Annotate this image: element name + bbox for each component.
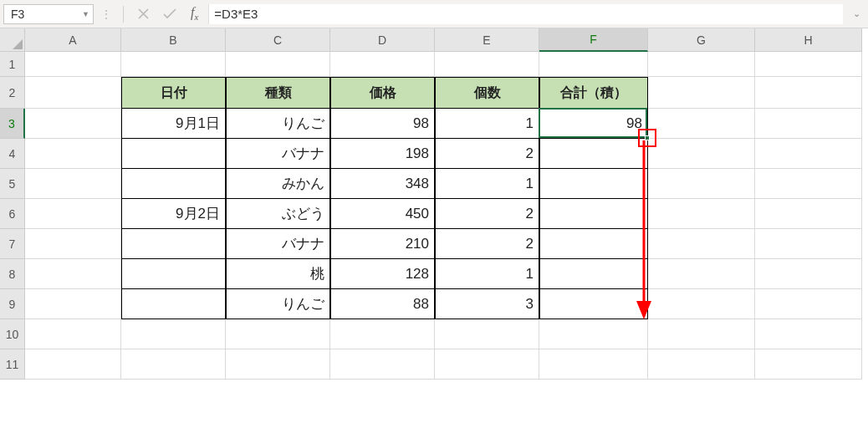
column-header-H[interactable]: H (755, 28, 862, 52)
cell-C1[interactable] (226, 52, 330, 77)
cancel-button[interactable] (132, 4, 154, 24)
cell-H4[interactable] (755, 139, 862, 169)
cell-E7[interactable]: 2 (435, 229, 539, 259)
cell-H2[interactable] (755, 77, 862, 109)
cell-D2[interactable]: 価格 (330, 77, 435, 109)
cell-B2[interactable]: 日付 (121, 77, 226, 109)
cell-E5[interactable]: 1 (435, 169, 539, 199)
cell-F1[interactable] (539, 52, 648, 77)
column-header-G[interactable]: G (648, 28, 755, 52)
cell-E9[interactable]: 3 (435, 289, 539, 319)
cell-A10[interactable] (25, 319, 121, 349)
cell-B3[interactable]: 9月1日 (121, 109, 226, 139)
insert-function-button[interactable]: fx (186, 5, 203, 22)
cell-C4[interactable]: バナナ (226, 139, 330, 169)
cell-D10[interactable] (330, 319, 435, 349)
cell-G10[interactable] (648, 319, 755, 349)
row-header-3[interactable]: 3 (0, 109, 25, 139)
cell-E1[interactable] (435, 52, 539, 77)
fill-handle[interactable] (645, 135, 650, 140)
enter-button[interactable] (159, 4, 181, 24)
cell-F11[interactable] (539, 349, 648, 380)
cell-G2[interactable] (648, 77, 755, 109)
cell-D8[interactable]: 128 (330, 259, 435, 289)
cell-B6[interactable]: 9月2日 (121, 199, 226, 229)
column-header-D[interactable]: D (330, 28, 435, 52)
cell-E11[interactable] (435, 349, 539, 380)
cell-B11[interactable] (121, 349, 226, 380)
cell-E3[interactable]: 1 (435, 109, 539, 139)
cell-A1[interactable] (25, 52, 121, 77)
cell-A2[interactable] (25, 77, 121, 109)
cell-B8[interactable] (121, 259, 226, 289)
row-header-10[interactable]: 10 (0, 319, 25, 349)
cell-H8[interactable] (755, 259, 862, 289)
row-header-8[interactable]: 8 (0, 259, 25, 289)
cell-G6[interactable] (648, 199, 755, 229)
expand-formula-bar-icon[interactable]: ⌄ (848, 8, 865, 19)
row-header-4[interactable]: 4 (0, 139, 25, 169)
cell-D3[interactable]: 98 (330, 109, 435, 139)
name-box-dropdown-icon[interactable]: ▼ (82, 10, 89, 18)
cell-B9[interactable] (121, 289, 226, 319)
row-header-1[interactable]: 1 (0, 52, 25, 77)
column-header-A[interactable]: A (25, 28, 121, 52)
cell-F4[interactable] (539, 139, 648, 169)
cell-D4[interactable]: 198 (330, 139, 435, 169)
cell-E10[interactable] (435, 319, 539, 349)
cell-H5[interactable] (755, 169, 862, 199)
cell-C11[interactable] (226, 349, 330, 380)
cell-B10[interactable] (121, 319, 226, 349)
column-header-C[interactable]: C (226, 28, 330, 52)
cell-F10[interactable] (539, 319, 648, 349)
cell-C8[interactable]: 桃 (226, 259, 330, 289)
cell-H11[interactable] (755, 349, 862, 380)
cell-H10[interactable] (755, 319, 862, 349)
cell-A5[interactable] (25, 169, 121, 199)
cell-E4[interactable]: 2 (435, 139, 539, 169)
cell-D6[interactable]: 450 (330, 199, 435, 229)
select-all-corner[interactable] (0, 28, 25, 52)
cell-A11[interactable] (25, 349, 121, 380)
cell-G4[interactable] (648, 139, 755, 169)
row-header-2[interactable]: 2 (0, 77, 25, 109)
cell-D5[interactable]: 348 (330, 169, 435, 199)
cell-A7[interactable] (25, 229, 121, 259)
cell-H3[interactable] (755, 109, 862, 139)
cell-G5[interactable] (648, 169, 755, 199)
cell-C5[interactable]: みかん (226, 169, 330, 199)
row-header-9[interactable]: 9 (0, 289, 25, 319)
cell-D1[interactable] (330, 52, 435, 77)
cell-G11[interactable] (648, 349, 755, 380)
cell-G7[interactable] (648, 229, 755, 259)
cell-B1[interactable] (121, 52, 226, 77)
cell-D9[interactable]: 88 (330, 289, 435, 319)
cell-E6[interactable]: 2 (435, 199, 539, 229)
cell-C9[interactable]: りんご (226, 289, 330, 319)
cell-F8[interactable] (539, 259, 648, 289)
cell-A8[interactable] (25, 259, 121, 289)
cell-F3[interactable]: 98 (539, 109, 648, 139)
name-box[interactable]: F3 ▼ (3, 4, 94, 24)
row-header-7[interactable]: 7 (0, 229, 25, 259)
cell-G8[interactable] (648, 259, 755, 289)
cell-A3[interactable] (25, 109, 121, 139)
column-header-F[interactable]: F (539, 28, 648, 52)
cell-F2[interactable]: 合計（積） (539, 77, 648, 109)
cell-C7[interactable]: バナナ (226, 229, 330, 259)
formula-input[interactable]: =D3*E3 (208, 4, 843, 24)
cell-H7[interactable] (755, 229, 862, 259)
cell-C10[interactable] (226, 319, 330, 349)
cell-C3[interactable]: りんご (226, 109, 330, 139)
cell-E8[interactable]: 1 (435, 259, 539, 289)
cell-B5[interactable] (121, 169, 226, 199)
cell-D7[interactable]: 210 (330, 229, 435, 259)
cell-A9[interactable] (25, 289, 121, 319)
cell-H1[interactable] (755, 52, 862, 77)
cell-B7[interactable] (121, 229, 226, 259)
cell-F7[interactable] (539, 229, 648, 259)
cell-B4[interactable] (121, 139, 226, 169)
cell-E2[interactable]: 個数 (435, 77, 539, 109)
cell-A6[interactable] (25, 199, 121, 229)
cell-C6[interactable]: ぶどう (226, 199, 330, 229)
